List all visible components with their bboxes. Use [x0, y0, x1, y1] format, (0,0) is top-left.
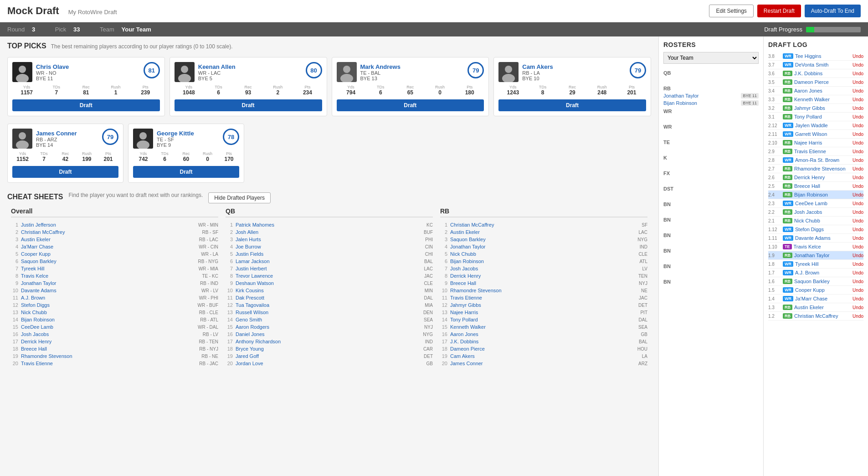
cheat-player-name[interactable]: Ja'Marr Chase	[21, 244, 196, 249]
cheat-player-name[interactable]: Breece Hall	[21, 346, 196, 352]
edit-settings-button[interactable]: Edit Settings	[709, 5, 753, 17]
cheat-player-name[interactable]: Justin Fields	[236, 251, 422, 257]
cheat-player-name[interactable]: Anthony Richardson	[236, 339, 422, 344]
draft-log-player-name[interactable]: Christian McCaffrey	[794, 313, 851, 319]
undo-button[interactable]: Undo	[853, 236, 863, 241]
draft-log-player-name[interactable]: Saquon Barkley	[794, 279, 851, 284]
cheat-player-name[interactable]: Bryce Young	[236, 346, 421, 352]
hide-drafted-button[interactable]: Hide Drafted Players	[208, 192, 271, 203]
draft-log-player-name[interactable]: Tee Higgins	[795, 53, 851, 59]
cheat-player-name[interactable]: Deshaun Watson	[236, 280, 421, 286]
draft-log-player-name[interactable]: Najee Harris	[794, 140, 851, 145]
cheat-player-name[interactable]: Justin Herbert	[236, 266, 421, 271]
cheat-player-name[interactable]: Derrick Henry	[21, 339, 196, 344]
undo-button[interactable]: Undo	[853, 132, 863, 137]
undo-button[interactable]: Undo	[853, 80, 863, 85]
cheat-player-name[interactable]: Rhamondre Stevenson	[450, 288, 638, 293]
draft-log-player-name[interactable]: DeVonta Smith	[795, 62, 851, 67]
cheat-player-name[interactable]: Patrick Mahomes	[236, 222, 424, 228]
undo-button[interactable]: Undo	[853, 314, 863, 319]
draft-log-player-name[interactable]: Travis Etienne	[794, 149, 851, 154]
draft-log-player-name[interactable]: Aaron Jones	[794, 88, 851, 93]
cheat-player-name[interactable]: Geno Smith	[236, 317, 421, 322]
cheat-player-name[interactable]: Christian McCaffrey	[450, 222, 639, 228]
undo-button[interactable]: Undo	[853, 305, 863, 310]
cheat-player-name[interactable]: Stefon Diggs	[21, 302, 195, 308]
draft-button[interactable]: Draft	[175, 99, 322, 111]
cheat-player-name[interactable]: Russell Wilson	[236, 310, 421, 315]
undo-button[interactable]: Undo	[853, 201, 863, 206]
draft-log-player-name[interactable]: Kenneth Walker	[794, 97, 851, 102]
undo-button[interactable]: Undo	[853, 158, 863, 163]
cheat-player-name[interactable]: Breece Hall	[450, 280, 636, 286]
undo-button[interactable]: Undo	[853, 166, 863, 171]
cheat-player-name[interactable]: Dameon Pierce	[450, 346, 635, 352]
draft-log-player-name[interactable]: Tony Pollard	[794, 114, 851, 119]
draft-log-player-name[interactable]: Davante Adams	[795, 235, 851, 241]
roster-player-name[interactable]: Bijan Robinson	[663, 100, 697, 106]
cheat-player-name[interactable]: Josh Jacobs	[450, 266, 640, 271]
cheat-player-name[interactable]: Kirk Cousins	[236, 288, 422, 293]
cheat-player-name[interactable]: Travis Etienne	[21, 361, 196, 366]
undo-button[interactable]: Undo	[853, 54, 863, 59]
cheat-player-name[interactable]: Tyreek Hill	[21, 266, 196, 271]
draft-log-player-name[interactable]: Cooper Kupp	[795, 287, 851, 293]
draft-log-player-name[interactable]: CeeDee Lamb	[795, 201, 851, 206]
cheat-player-name[interactable]: Josh Jacobs	[21, 331, 200, 337]
draft-log-player-name[interactable]: J.K. Dobbins	[794, 71, 851, 76]
cheat-player-name[interactable]: Bijan Robinson	[21, 317, 197, 322]
draft-button[interactable]: Draft	[12, 99, 160, 111]
undo-button[interactable]: Undo	[853, 88, 863, 93]
undo-button[interactable]: Undo	[853, 184, 863, 189]
cheat-player-name[interactable]: Justin Jefferson	[21, 222, 195, 228]
auto-draft-button[interactable]: Auto-Draft To End	[805, 5, 861, 17]
cheat-player-name[interactable]: Nick Chubb	[450, 251, 636, 257]
cheat-player-name[interactable]: Travis Kelce	[21, 273, 199, 279]
draft-button[interactable]: Draft	[133, 166, 239, 178]
draft-log-player-name[interactable]: Derrick Henry	[794, 175, 851, 180]
cheat-player-name[interactable]: Austin Ekeler	[21, 237, 196, 242]
draft-log-player-name[interactable]: Breece Hall	[794, 183, 851, 189]
cheat-player-name[interactable]: Austin Ekeler	[450, 229, 636, 235]
cheat-player-name[interactable]: Najee Harris	[450, 310, 637, 315]
cheat-player-name[interactable]: Christian McCaffrey	[21, 229, 199, 235]
undo-button[interactable]: Undo	[853, 175, 863, 180]
undo-button[interactable]: Undo	[853, 97, 863, 102]
undo-button[interactable]: Undo	[853, 71, 863, 76]
undo-button[interactable]: Undo	[853, 253, 863, 258]
cheat-player-name[interactable]: CeeDee Lamb	[21, 324, 195, 330]
undo-button[interactable]: Undo	[853, 244, 863, 249]
undo-button[interactable]: Undo	[853, 114, 863, 119]
draft-log-player-name[interactable]: Jahmyr Gibbs	[794, 105, 851, 111]
cheat-player-name[interactable]: Nick Chubb	[21, 310, 196, 315]
draft-log-player-name[interactable]: Austin Ekeler	[794, 305, 851, 310]
cheat-player-name[interactable]: Aaron Jones	[450, 331, 638, 337]
cheat-player-name[interactable]: Daniel Jones	[236, 331, 420, 337]
cheat-player-name[interactable]: Tua Tagovailoa	[236, 302, 422, 308]
undo-button[interactable]: Undo	[853, 218, 863, 223]
undo-button[interactable]: Undo	[853, 279, 863, 284]
cheat-player-name[interactable]: Travis Etienne	[450, 295, 636, 300]
cheat-player-name[interactable]: Jonathan Taylor	[21, 280, 197, 286]
cheat-player-name[interactable]: Jalen Hurts	[236, 237, 422, 242]
cheat-player-name[interactable]: Jonathan Taylor	[450, 244, 637, 249]
cheat-player-name[interactable]: Cooper Kupp	[21, 251, 198, 257]
undo-button[interactable]: Undo	[853, 288, 863, 293]
draft-log-player-name[interactable]: Nick Chubb	[794, 218, 851, 223]
cheat-player-name[interactable]: Kenneth Walker	[450, 324, 636, 330]
draft-log-player-name[interactable]: Amon-Ra St. Brown	[795, 157, 851, 163]
cheat-player-name[interactable]: Derrick Henry	[450, 273, 636, 279]
draft-log-player-name[interactable]: Garrett Wilson	[795, 131, 851, 137]
draft-log-player-name[interactable]: Jonathan Taylor	[794, 253, 851, 258]
cheat-player-name[interactable]: Lamar Jackson	[236, 259, 421, 264]
draft-log-player-name[interactable]: Ja'Marr Chase	[795, 296, 851, 301]
cheat-player-name[interactable]: Tony Pollard	[450, 317, 636, 322]
undo-button[interactable]: Undo	[853, 192, 863, 197]
cheat-player-name[interactable]: Joe Burrow	[236, 244, 422, 249]
pick-name[interactable]: Mark Andrews	[360, 63, 484, 70]
draft-log-player-name[interactable]: Stefon Diggs	[795, 227, 851, 232]
undo-button[interactable]: Undo	[853, 296, 863, 301]
draft-button[interactable]: Draft	[337, 99, 484, 111]
restart-draft-button[interactable]: Restart Draft	[757, 5, 801, 17]
pick-name[interactable]: Chris Olave	[36, 63, 160, 70]
